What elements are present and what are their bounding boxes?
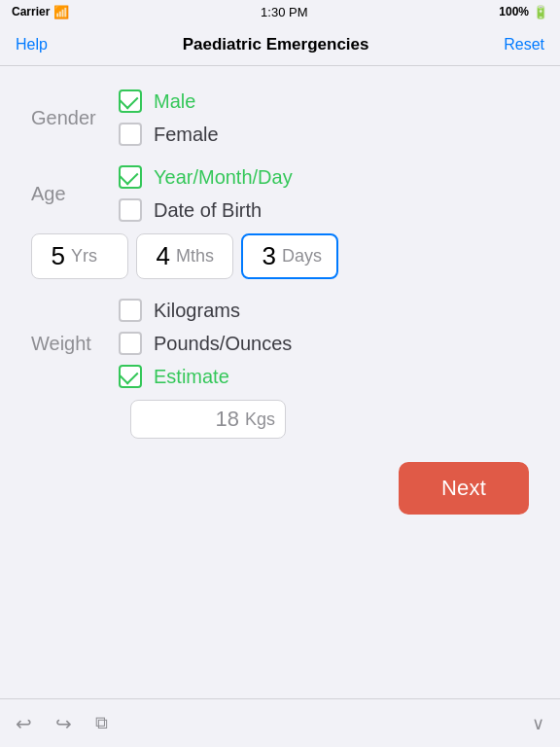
years-unit: Yrs	[71, 246, 97, 267]
months-value: 4	[147, 241, 170, 271]
age-options: Year/Month/Day Date of Birth	[119, 165, 293, 222]
carrier-signal: Carrier 📶	[12, 5, 69, 19]
age-section: Age Year/Month/Day Date of Birth 5 Yrs 4…	[31, 165, 529, 279]
undo-icon[interactable]: ↩	[16, 712, 32, 735]
page-title: Paediatric Emergencies	[183, 35, 369, 54]
weight-estimate-label: Estimate	[154, 366, 229, 388]
weight-value: 18	[141, 407, 239, 432]
battery-area: 100% 🔋	[499, 5, 548, 19]
next-button[interactable]: Next	[399, 462, 529, 515]
wifi-icon: 📶	[53, 5, 69, 19]
age-inputs-row: 5 Yrs 4 Mths 3 Days	[31, 233, 529, 279]
weight-lbs-checkbox[interactable]	[119, 332, 142, 355]
weight-estimate-checkbox[interactable]	[119, 365, 142, 388]
weight-input-group[interactable]: 18 Kgs	[130, 400, 286, 439]
age-ymd-checkbox[interactable]	[119, 165, 142, 189]
reset-button[interactable]: Reset	[504, 36, 544, 53]
gender-section: Gender Male Female	[31, 89, 529, 146]
chevron-down-icon[interactable]: ∨	[532, 713, 544, 734]
weight-options: Kilograms Pounds/Ounces Estimate	[119, 299, 292, 388]
age-ymd-option[interactable]: Year/Month/Day	[119, 165, 293, 189]
carrier-label: Carrier	[12, 5, 50, 18]
age-ymd-label: Year/Month/Day	[154, 166, 293, 189]
gender-male-checkbox[interactable]	[119, 89, 142, 113]
months-input-group[interactable]: 4 Mths	[136, 233, 233, 279]
bottom-bar: ↩ ↪ ⧉ ∨	[0, 698, 560, 747]
gender-female-option[interactable]: Female	[119, 123, 219, 146]
weight-kg-option[interactable]: Kilograms	[119, 299, 292, 322]
gender-female-label: Female	[154, 124, 219, 146]
bottom-toolbar: ↩ ↪ ⧉	[16, 712, 108, 735]
battery-icon: 🔋	[533, 5, 548, 19]
age-dob-checkbox[interactable]	[119, 198, 142, 222]
gender-female-checkbox[interactable]	[119, 123, 142, 146]
days-input-group[interactable]: 3 Days	[241, 233, 338, 279]
age-dob-label: Date of Birth	[154, 199, 262, 222]
age-dob-option[interactable]: Date of Birth	[119, 198, 293, 222]
weight-kg-checkbox[interactable]	[119, 299, 142, 322]
next-button-row: Next	[31, 462, 529, 515]
gender-options: Male Female	[119, 89, 219, 146]
nav-bar: Help Paediatric Emergencies Reset	[0, 23, 560, 66]
years-input-group[interactable]: 5 Yrs	[31, 233, 128, 279]
help-button[interactable]: Help	[16, 36, 48, 53]
copy-icon[interactable]: ⧉	[95, 713, 108, 733]
weight-label: Weight	[31, 333, 119, 355]
main-content: Gender Male Female Age Year/Month/Day	[0, 66, 560, 698]
status-bar: Carrier 📶 1:30 PM 100% 🔋	[0, 0, 560, 23]
redo-icon[interactable]: ↪	[55, 712, 72, 735]
weight-kg-label: Kilograms	[154, 300, 240, 322]
weight-lbs-option[interactable]: Pounds/Ounces	[119, 332, 292, 355]
weight-estimate-option[interactable]: Estimate	[119, 365, 292, 388]
weight-section: Weight Kilograms Pounds/Ounces Estimate …	[31, 299, 529, 439]
weight-lbs-label: Pounds/Ounces	[154, 333, 292, 355]
gender-label: Gender	[31, 107, 119, 129]
gender-row: Gender Male Female	[31, 89, 529, 146]
weight-row: Weight Kilograms Pounds/Ounces Estimate	[31, 299, 529, 388]
battery-percent: 100%	[499, 5, 529, 18]
status-time: 1:30 PM	[261, 5, 307, 19]
weight-unit: Kgs	[245, 409, 275, 430]
days-value: 3	[253, 241, 276, 271]
gender-male-option[interactable]: Male	[119, 89, 219, 113]
age-label: Age	[31, 183, 119, 205]
years-value: 5	[42, 241, 65, 271]
months-unit: Mths	[176, 246, 214, 267]
days-unit: Days	[282, 246, 322, 267]
gender-male-label: Male	[154, 90, 195, 113]
age-row: Age Year/Month/Day Date of Birth	[31, 165, 529, 222]
